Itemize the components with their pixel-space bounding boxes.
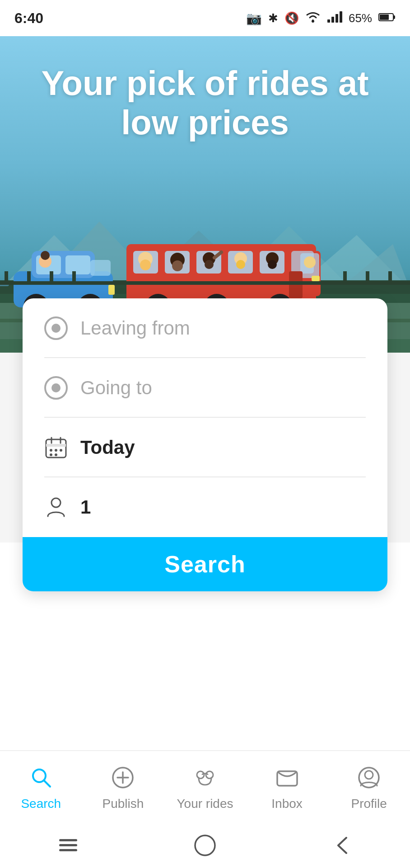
svg-rect-67 [27,271,31,285]
svg-point-81 [55,453,57,456]
nav-label-your-rides: Your rides [177,797,233,811]
leaving-from-label: Leaving from [80,317,190,339]
profile-nav-icon [354,763,383,792]
svg-rect-22 [65,255,90,274]
leaving-from-radio [44,316,68,340]
passengers-row[interactable]: 1 [23,477,387,537]
camera-icon: 📷 [246,11,262,26]
svg-rect-74 [46,444,66,447]
nav-item-your-rides[interactable]: Your rides [164,763,246,811]
date-row[interactable]: Today [23,418,387,477]
svg-rect-33 [108,285,115,295]
date-label: Today [80,437,135,458]
nav-label-profile: Profile [351,797,387,811]
leaving-from-row[interactable]: Leaving from [23,298,387,358]
nav-label-publish: Publish [102,797,144,811]
svg-point-78 [55,449,57,452]
svg-point-77 [50,449,52,452]
calendar-icon [44,436,68,459]
svg-rect-6 [393,15,395,19]
bluetooth-icon: ✱ [268,11,278,25]
radio-dot-2 [51,383,61,392]
svg-rect-68 [50,271,53,285]
search-nav-icon [27,763,56,792]
wifi-icon [305,10,321,26]
mute-icon: 🔇 [284,11,299,25]
going-to-radio [44,376,68,400]
svg-point-55 [304,256,316,268]
svg-point-49 [236,260,245,269]
battery-icon [378,11,396,25]
going-to-row[interactable]: Going to [23,358,387,418]
svg-rect-1 [327,19,330,23]
nav-item-profile[interactable]: Profile [328,763,410,811]
svg-rect-4 [340,11,342,23]
status-icons: 📷 ✱ 🔇 65% [246,10,396,26]
svg-point-89 [206,771,213,778]
nav-item-publish[interactable]: Publish [82,763,164,811]
svg-rect-94 [59,844,77,846]
svg-rect-65 [0,281,410,285]
bottom-nav: Search Publish Your rides [0,750,410,823]
status-time: 6:40 [14,10,43,27]
svg-rect-63 [312,276,320,281]
svg-rect-25 [90,260,111,276]
person-icon [44,495,68,519]
nav-item-inbox[interactable]: Inbox [246,763,328,811]
inbox-nav-icon [273,763,302,792]
nav-label-inbox: Inbox [271,797,303,811]
going-to-label: Going to [80,377,152,399]
svg-point-40 [172,260,183,271]
svg-point-0 [312,20,314,23]
svg-rect-93 [59,839,77,841]
hero-title: Your pick of rides at low prices [0,36,410,142]
nav-label-search: Search [21,797,61,811]
svg-point-42 [140,259,151,270]
svg-point-24 [41,251,50,260]
svg-rect-69 [72,271,76,285]
svg-point-82 [51,498,61,507]
svg-point-45 [205,260,214,269]
svg-point-80 [50,453,52,456]
passengers-count: 1 [80,496,91,518]
your-rides-nav-icon [191,763,219,792]
svg-rect-71 [366,271,369,285]
signal-icon [327,10,342,26]
svg-point-52 [268,260,277,269]
svg-rect-70 [343,271,347,285]
svg-point-96 [195,835,215,855]
svg-rect-7 [380,14,389,20]
svg-rect-72 [388,271,392,285]
svg-rect-3 [335,14,338,23]
nav-item-search[interactable]: Search [0,763,82,811]
svg-point-92 [365,771,373,779]
search-button[interactable]: Search [23,537,387,591]
battery-text: 65% [349,11,372,25]
android-nav-bar [0,823,410,868]
svg-rect-2 [331,17,334,23]
status-bar: 6:40 📷 ✱ 🔇 65% [0,0,410,36]
home-button[interactable] [191,832,219,859]
svg-point-79 [60,449,62,452]
back-button[interactable] [328,832,355,859]
svg-rect-66 [5,271,8,285]
svg-rect-95 [59,849,77,851]
search-card: Leaving from Going to [23,298,387,591]
svg-point-88 [197,771,204,778]
svg-line-84 [44,780,50,787]
publish-nav-icon [108,763,137,792]
radio-dot [51,324,61,333]
recent-apps-button[interactable] [55,832,82,859]
